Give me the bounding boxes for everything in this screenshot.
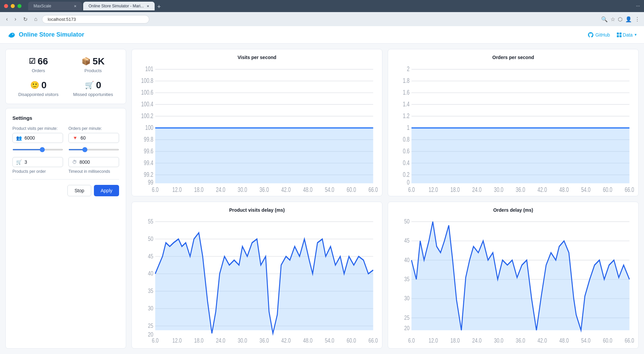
- timeout-input-wrap[interactable]: ⏱: [68, 157, 119, 167]
- svg-text:18.0: 18.0: [194, 337, 204, 344]
- tab-close-icon-active[interactable]: ✕: [147, 4, 149, 8]
- missed-icon: 🛒: [85, 81, 94, 90]
- visits-slider[interactable]: [12, 149, 63, 150]
- missed-value: 0: [96, 80, 101, 91]
- svg-text:40: 40: [148, 270, 153, 277]
- svg-text:0.8: 0.8: [403, 136, 410, 143]
- svg-text:54.0: 54.0: [325, 186, 334, 193]
- orders-input-wrap[interactable]: 🔻: [68, 133, 119, 143]
- data-dropdown[interactable]: Data ▼: [617, 32, 637, 38]
- github-link[interactable]: GitHub: [588, 32, 610, 38]
- reload-button[interactable]: ↻: [21, 15, 30, 24]
- svg-text:100: 100: [145, 124, 153, 132]
- orders-slider-wrap[interactable]: [68, 146, 119, 152]
- minimize-dot[interactable]: [11, 4, 15, 8]
- svg-text:40: 40: [404, 256, 410, 263]
- browser-menu-icon[interactable]: ⋯: [636, 4, 640, 8]
- profile-icon[interactable]: 👤: [625, 16, 632, 22]
- forward-button[interactable]: ›: [12, 15, 18, 23]
- svg-text:12.0: 12.0: [429, 337, 438, 344]
- zoom-icon[interactable]: 🔍: [601, 16, 608, 22]
- tab-maxscale[interactable]: MaxScale ✕: [28, 2, 82, 10]
- products-input-wrap[interactable]: 🛒: [12, 157, 63, 167]
- app-main: ☑ 66 Orders 📦 5K Products: [0, 44, 644, 354]
- products-per-order-label: Products per order: [12, 169, 63, 174]
- orders-value-wrap: ☑ 66: [29, 56, 48, 67]
- address-text: localhost:5173: [48, 17, 76, 22]
- visits-slider-wrap[interactable]: [12, 146, 63, 152]
- visits-delay-area: [155, 233, 373, 333]
- svg-text:99.4: 99.4: [144, 159, 154, 167]
- home-button[interactable]: ⌂: [32, 15, 40, 23]
- chart-visits-delay-title: Product visits delay (ms): [136, 207, 378, 213]
- github-label: GitHub: [595, 32, 610, 38]
- toolbar-right: 🔍 ☆ ⬡ 👤 ⋮: [601, 16, 640, 22]
- data-dropdown-chevron: ▼: [634, 33, 637, 37]
- close-dot[interactable]: [4, 4, 8, 8]
- tab-simulator[interactable]: Online Store Simulator - Mari... ✕: [83, 2, 155, 10]
- chart-orders-title: Orders per second: [392, 55, 634, 60]
- svg-text:24.0: 24.0: [216, 337, 225, 344]
- app-title: Online Store Simulator: [19, 31, 84, 38]
- new-tab-button[interactable]: +: [157, 3, 161, 10]
- products-per-order-input[interactable]: [24, 159, 59, 165]
- svg-text:50: 50: [148, 235, 153, 242]
- svg-text:1.8: 1.8: [403, 77, 410, 85]
- svg-text:100.4: 100.4: [141, 101, 154, 108]
- visits-input-wrap[interactable]: 👥: [12, 133, 63, 143]
- svg-text:55: 55: [148, 218, 153, 225]
- address-bar[interactable]: localhost:5173: [42, 15, 149, 23]
- stat-orders: ☑ 66 Orders: [14, 56, 63, 73]
- svg-text:18.0: 18.0: [450, 337, 460, 344]
- tab-label-active: Online Store Simulator - Mari...: [89, 4, 144, 8]
- svg-text:35: 35: [148, 287, 153, 294]
- timeout-input[interactable]: [79, 159, 115, 165]
- settings-grid: Product visits per minute: 👥 Orders: [12, 126, 119, 174]
- svg-text:24.0: 24.0: [472, 337, 482, 344]
- header-right: GitHub Data ▼: [588, 32, 637, 38]
- stat-disappointed: 🙂 0 Disappointed visitors: [14, 80, 63, 97]
- svg-text:30.0: 30.0: [494, 186, 503, 193]
- stop-button[interactable]: Stop: [67, 185, 91, 196]
- orders-icon: ☑: [29, 57, 36, 66]
- svg-text:100.6: 100.6: [141, 89, 153, 96]
- tab-label: MaxScale: [34, 4, 51, 8]
- chart-orders-delay: Orders delay (ms) 50 45: [388, 202, 639, 349]
- orders-value: 66: [38, 56, 48, 67]
- products-label: Products: [85, 68, 102, 73]
- bookmark-icon[interactable]: ☆: [610, 16, 615, 22]
- svg-text:6.0: 6.0: [152, 186, 159, 193]
- menu-icon[interactable]: ⋮: [635, 16, 640, 22]
- clock-icon: ⏱: [72, 159, 77, 165]
- svg-text:101: 101: [145, 65, 153, 73]
- tab-close-icon[interactable]: ✕: [74, 4, 76, 8]
- disappointed-value-wrap: 🙂 0: [30, 80, 47, 91]
- chart-visits-delay-area: 55 50 45 40 35 30 25 20: [136, 215, 378, 346]
- svg-text:25: 25: [404, 314, 410, 321]
- svg-text:6.0: 6.0: [408, 337, 415, 344]
- orders-input[interactable]: [80, 135, 115, 141]
- extensions-icon[interactable]: ⬡: [618, 16, 623, 22]
- svg-text:100.8: 100.8: [141, 77, 153, 85]
- products-icon: 📦: [82, 57, 91, 66]
- svg-text:18.0: 18.0: [450, 186, 460, 193]
- svg-text:36.0: 36.0: [516, 186, 525, 193]
- github-icon: [588, 32, 593, 38]
- settings-divider: [12, 179, 119, 180]
- svg-text:36.0: 36.0: [260, 186, 269, 193]
- charts-grid: Visits per second: [131, 49, 639, 349]
- svg-text:30: 30: [404, 295, 410, 302]
- svg-text:0: 0: [407, 179, 410, 186]
- visits-input[interactable]: [24, 135, 59, 141]
- svg-rect-3: [617, 35, 619, 37]
- apply-button[interactable]: Apply: [94, 185, 119, 196]
- orders-slider[interactable]: [68, 149, 119, 150]
- svg-text:12.0: 12.0: [172, 337, 182, 344]
- users-icon: 👥: [16, 135, 22, 141]
- svg-rect-4: [620, 35, 622, 37]
- cart-icon: 🛒: [16, 159, 22, 165]
- back-button[interactable]: ‹: [4, 15, 10, 23]
- stat-missed: 🛒 0 Missed opportunities: [68, 80, 118, 97]
- svg-text:30: 30: [148, 305, 153, 312]
- maximize-dot[interactable]: [17, 4, 21, 8]
